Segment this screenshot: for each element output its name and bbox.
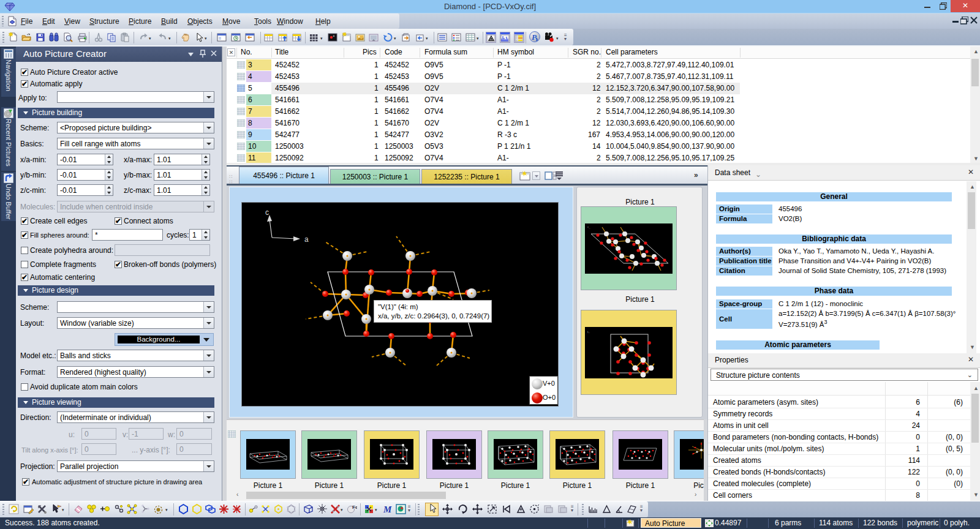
svg-text:M: M [383,505,392,514]
svg-text:c: c [265,208,269,217]
svg-text:t..: t.. [587,330,590,334]
svg-text:Fe: Fe [352,505,357,510]
svg-text:*..: *.. [587,226,590,230]
svg-text:a: a [304,235,309,244]
